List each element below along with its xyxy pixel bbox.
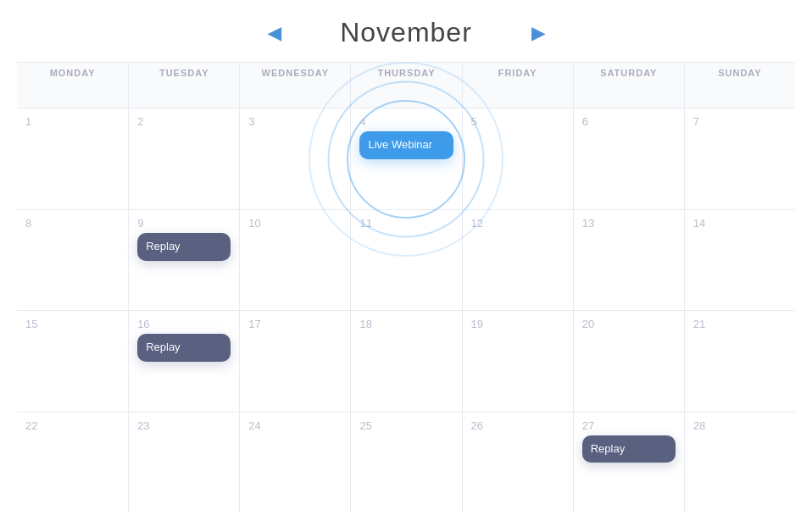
day-number: 7 bbox=[693, 115, 787, 128]
day-number: 19 bbox=[471, 318, 565, 330]
day-header-saturday: SATURDAY bbox=[573, 62, 684, 108]
day-cell-8: 8 bbox=[17, 209, 128, 310]
event-label: Replay bbox=[146, 341, 222, 355]
day-number: 11 bbox=[359, 217, 453, 230]
day-number: 18 bbox=[359, 318, 453, 330]
day-cell-25: 25 bbox=[350, 412, 461, 513]
day-number: 25 bbox=[359, 419, 453, 432]
day-cell-21: 21 bbox=[684, 310, 795, 411]
day-cell-12: 12 bbox=[462, 209, 573, 310]
day-cell-6: 6 bbox=[573, 108, 684, 208]
replay-event-27[interactable]: Replay bbox=[582, 435, 676, 463]
day-header-friday: FRIDAY bbox=[462, 62, 573, 108]
day-cell-16: 16 Replay bbox=[128, 310, 239, 411]
day-header-thursday: THURSDAY bbox=[350, 62, 461, 108]
day-cell-14: 14 bbox=[684, 209, 795, 310]
day-cell-18: 18 bbox=[350, 310, 461, 411]
day-number: 26 bbox=[471, 419, 565, 432]
day-number: 21 bbox=[693, 318, 787, 330]
event-wrapper: 4 Live Webinar bbox=[359, 115, 453, 159]
replay-event-9[interactable]: Replay bbox=[137, 233, 231, 261]
prev-month-button[interactable]: ◀ bbox=[259, 19, 289, 47]
day-number: 8 bbox=[25, 217, 120, 230]
day-cell-1: 1 bbox=[17, 108, 128, 208]
day-cell-19: 19 bbox=[462, 310, 573, 411]
day-cell-11: 11 bbox=[350, 209, 461, 310]
day-cell-27: 27 Replay bbox=[573, 412, 684, 513]
day-number: 13 bbox=[582, 217, 676, 230]
day-number: 23 bbox=[137, 419, 231, 432]
day-number: 9 bbox=[137, 217, 231, 230]
day-number: 1 bbox=[25, 115, 120, 128]
day-cell-22: 22 bbox=[17, 412, 128, 513]
day-cell-15: 15 bbox=[17, 310, 128, 411]
day-number: 22 bbox=[25, 419, 120, 432]
day-number: 20 bbox=[582, 318, 676, 330]
day-cell-10: 10 bbox=[239, 209, 350, 310]
day-number: 14 bbox=[693, 217, 787, 230]
day-number: 28 bbox=[693, 419, 787, 432]
replay-event-16[interactable]: Replay bbox=[137, 334, 231, 362]
day-cell-23: 23 bbox=[128, 412, 239, 513]
day-number: 4 bbox=[359, 115, 453, 128]
event-label: Replay bbox=[591, 442, 667, 457]
day-cell-9: 9 Replay bbox=[128, 209, 239, 310]
event-label: Live Webinar bbox=[368, 138, 444, 152]
day-cell-26: 26 bbox=[462, 412, 573, 513]
day-cell-17: 17 bbox=[239, 310, 350, 411]
day-cell-4: 4 Live Webinar bbox=[350, 108, 461, 208]
day-number: 3 bbox=[248, 115, 342, 128]
day-number: 16 bbox=[137, 318, 231, 330]
month-title: November bbox=[340, 17, 472, 48]
day-number: 5 bbox=[471, 115, 565, 128]
day-cell-13: 13 bbox=[573, 209, 684, 310]
day-header-tuesday: TUESDAY bbox=[128, 62, 239, 108]
day-cell-5: 5 bbox=[462, 108, 573, 208]
day-header-wednesday: WEDNESDAY bbox=[239, 62, 350, 108]
event-label: Replay bbox=[146, 240, 222, 254]
calendar-header: ◀ November ▶ bbox=[17, 8, 795, 62]
day-cell-7: 7 bbox=[684, 108, 795, 208]
day-number: 17 bbox=[248, 318, 342, 330]
day-cell-20: 20 bbox=[573, 310, 684, 411]
day-number: 24 bbox=[248, 419, 342, 432]
day-cell-2: 2 bbox=[128, 108, 239, 208]
day-number: 15 bbox=[25, 318, 120, 330]
day-number: 10 bbox=[248, 217, 342, 230]
calendar-grid: MONDAY TUESDAY WEDNESDAY THURSDAY FRIDAY… bbox=[17, 62, 795, 513]
live-webinar-event[interactable]: Live Webinar bbox=[359, 131, 453, 159]
day-cell-24: 24 bbox=[239, 412, 350, 513]
day-number: 6 bbox=[582, 115, 676, 128]
day-header-sunday: SUNDAY bbox=[684, 62, 795, 108]
day-number: 27 bbox=[582, 419, 676, 432]
day-number: 2 bbox=[137, 115, 231, 128]
next-month-button[interactable]: ▶ bbox=[523, 19, 553, 47]
calendar-container: ◀ November ▶ MONDAY TUESDAY WEDNESDAY TH… bbox=[0, 0, 812, 521]
day-header-monday: MONDAY bbox=[17, 62, 128, 108]
day-number: 12 bbox=[471, 217, 565, 230]
day-cell-28: 28 bbox=[684, 412, 795, 513]
day-cell-3: 3 bbox=[239, 108, 350, 208]
